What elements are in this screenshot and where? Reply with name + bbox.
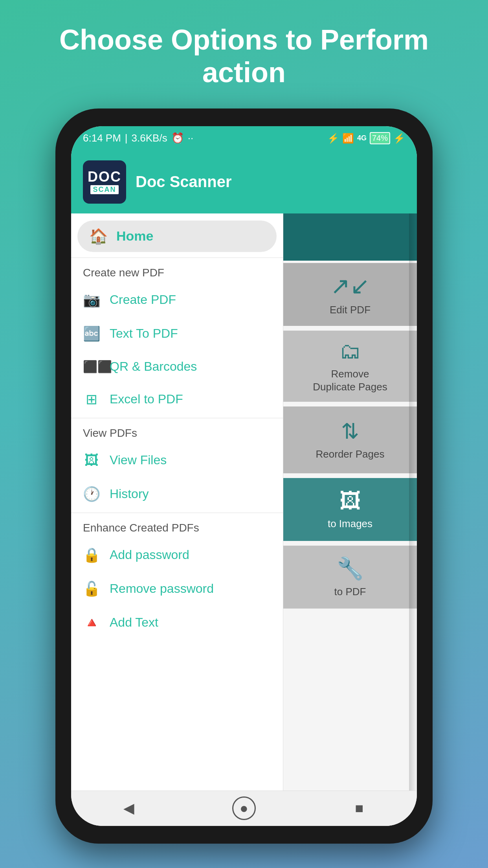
charging-icon: ⚡ (393, 133, 405, 144)
nav-recent-button[interactable]: ■ (347, 798, 371, 818)
app-header: DOC SCAN Doc Scanner (71, 151, 417, 213)
status-time: 6:14 PM (83, 132, 121, 144)
sidebar-item-create-pdf[interactable]: 📷 Create PDF (71, 283, 283, 317)
sidebar-item-remove-password[interactable]: 🔓 Remove password (71, 572, 283, 606)
content-area: ↗↙ Edit PDF 🗂 RemoveDuplicate Pages ⇅ Re… (283, 213, 417, 791)
home-label: Home (116, 228, 153, 244)
add-text-icon: 🔺 (83, 614, 100, 631)
sidebar: 🏠 Home Create new PDF 📷 Create PDF 🔤 Tex… (71, 213, 283, 791)
section-header-enhance: Enhance Created PDFs (71, 515, 283, 538)
text-to-pdf-label: Text To PDF (110, 326, 178, 341)
status-left: 6:14 PM | 3.6KB/s ⏰ ·· (83, 132, 193, 144)
excel-label: Excel to PDF (110, 392, 183, 406)
status-speed: 3.6KB/s (132, 132, 167, 144)
status-bar: 6:14 PM | 3.6KB/s ⏰ ·· ⚡ 📶 4G 74% ⚡ (71, 126, 417, 151)
to-images-icon: 🖼 (339, 488, 361, 513)
add-text-label: Add Text (110, 615, 158, 630)
remove-duplicate-label: RemoveDuplicate Pages (313, 368, 387, 394)
bluetooth-icon: ⚡ (327, 133, 339, 144)
divider-1 (71, 257, 283, 258)
phone-screen: 6:14 PM | 3.6KB/s ⏰ ·· ⚡ 📶 4G 74% ⚡ DOC … (71, 126, 417, 826)
phone-frame: 6:14 PM | 3.6KB/s ⏰ ·· ⚡ 📶 4G 74% ⚡ DOC … (55, 108, 433, 844)
app-logo: DOC SCAN (83, 160, 126, 204)
status-divider: | (125, 132, 128, 144)
battery-indicator: 74% (370, 132, 390, 144)
sidebar-item-add-password[interactable]: 🔒 Add password (71, 538, 283, 572)
section-header-create: Create new PDF (71, 259, 283, 283)
sidebar-item-qr-barcodes[interactable]: ⬛⬛ QR & Barcodes (71, 351, 283, 383)
home-icon: 🏠 (89, 228, 108, 245)
4g-icon: 4G (357, 134, 367, 142)
history-icon: 🕐 (83, 486, 100, 502)
edit-pdf-icon: ↗↙ (330, 272, 370, 300)
view-files-label: View Files (110, 453, 167, 467)
home-circle-icon: ● (240, 800, 248, 817)
signal-icon: 📶 (342, 133, 354, 144)
edit-pdf-label: Edit PDF (330, 303, 371, 317)
page-title: Choose Options to Perform action (0, 0, 488, 108)
logo-scan-text: SCAN (90, 185, 118, 194)
content-card-remove-duplicate[interactable]: 🗂 RemoveDuplicate Pages (283, 331, 417, 402)
content-card-edit-pdf[interactable]: ↗↙ Edit PDF (283, 263, 417, 326)
bottom-nav-bar: ◀ ● ■ (71, 791, 417, 826)
nav-back-button[interactable]: ◀ (117, 798, 141, 818)
divider-2 (71, 418, 283, 418)
excel-icon: ⊞ (83, 391, 100, 408)
lock-closed-icon: 🔒 (83, 547, 100, 563)
camera-icon: 📷 (83, 292, 100, 308)
content-card-to-images[interactable]: 🖼 to Images (283, 478, 417, 541)
create-pdf-label: Create PDF (110, 292, 176, 307)
add-password-label: Add password (110, 548, 189, 562)
to-pdf-label: to PDF (334, 585, 366, 599)
main-area: 🏠 Home Create new PDF 📷 Create PDF 🔤 Tex… (71, 213, 417, 791)
sidebar-item-excel-to-pdf[interactable]: ⊞ Excel to PDF (71, 383, 283, 416)
sidebar-item-add-text[interactable]: 🔺 Add Text (71, 606, 283, 640)
sidebar-item-home[interactable]: 🏠 Home (77, 221, 277, 252)
recent-apps-icon: ■ (355, 800, 363, 817)
reorder-label: Reorder Pages (316, 448, 385, 461)
sidebar-item-view-files[interactable]: 🖼 View Files (71, 443, 283, 477)
app-title: Doc Scanner (136, 173, 232, 191)
sidebar-item-text-to-pdf[interactable]: 🔤 Text To PDF (71, 317, 283, 351)
to-images-label: to Images (328, 517, 372, 531)
content-card-to-pdf[interactable]: 🔧 to PDF (283, 546, 417, 609)
duplicate-pages-icon: 🗂 (339, 338, 361, 364)
section-header-view: View PDFs (71, 420, 283, 443)
status-dots: ·· (188, 132, 193, 144)
history-label: History (110, 487, 149, 501)
logo-doc-text: DOC (88, 170, 121, 184)
lock-open-icon: 🔓 (83, 581, 100, 597)
view-files-icon: 🖼 (83, 452, 100, 469)
to-pdf-icon: 🔧 (337, 556, 364, 581)
qr-icon: ⬛⬛ (83, 360, 100, 373)
nav-home-button[interactable]: ● (232, 796, 256, 820)
text-icon: 🔤 (83, 326, 100, 342)
divider-3 (71, 513, 283, 513)
remove-password-label: Remove password (110, 581, 214, 596)
status-right: ⚡ 📶 4G 74% ⚡ (327, 132, 405, 144)
reorder-icon: ⇅ (341, 419, 359, 444)
content-card-reorder[interactable]: ⇅ Reorder Pages (283, 406, 417, 473)
sidebar-item-history[interactable]: 🕐 History (71, 477, 283, 511)
content-header-bar (283, 213, 417, 261)
alarm-icon: ⏰ (171, 132, 184, 144)
qr-label: QR & Barcodes (110, 359, 197, 374)
back-arrow-icon: ◀ (123, 800, 134, 817)
